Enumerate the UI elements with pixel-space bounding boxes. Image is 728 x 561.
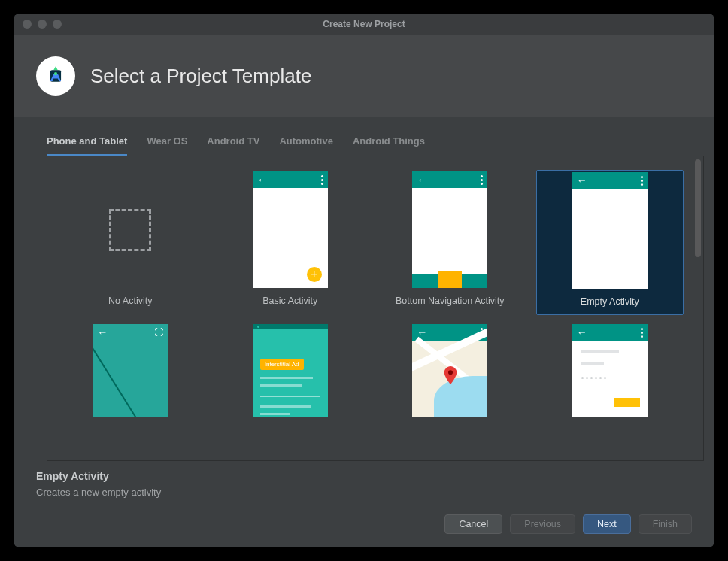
- template-label: No Activity: [107, 288, 153, 312]
- tab-automotive[interactable]: Automotive: [279, 131, 333, 156]
- template-label: Empty Activity: [579, 289, 641, 313]
- wizard-buttons: Cancel Previous Next Finish: [14, 502, 714, 547]
- page-title: Select a Project Template: [90, 65, 311, 88]
- map-pin-icon: [444, 366, 457, 387]
- svg-point-2: [448, 370, 453, 375]
- android-studio-icon: [36, 56, 75, 96]
- ad-chip: Interstitial Ad: [260, 359, 304, 370]
- template-label: Bottom Navigation Activity: [394, 288, 506, 312]
- back-arrow-icon: ←: [97, 327, 108, 338]
- selection-details: Empty Activity Creates a new empty activ…: [14, 461, 714, 502]
- overflow-menu-icon: [481, 175, 483, 185]
- next-button[interactable]: Next: [583, 514, 631, 534]
- selected-template-name: Empty Activity: [36, 470, 692, 482]
- tab-android-things[interactable]: Android Things: [353, 131, 425, 156]
- device-tabs: Phone and TabletWear OSAndroid TVAutomot…: [14, 131, 714, 156]
- scrollbar-thumb[interactable]: [695, 159, 701, 257]
- overflow-menu-icon: [641, 176, 643, 186]
- wizard-window: Create New Project Select a Project Temp…: [14, 14, 714, 547]
- titlebar: Create New Project: [14, 14, 714, 35]
- fab-add-icon: +: [307, 267, 322, 282]
- template-map[interactable]: ←: [376, 323, 524, 419]
- template-fullscreen[interactable]: ←⛶: [56, 323, 205, 419]
- overflow-menu-icon: [641, 328, 643, 338]
- back-arrow-icon: ←: [417, 174, 427, 185]
- overflow-menu-icon: [321, 175, 323, 185]
- svg-point-1: [54, 72, 57, 75]
- template-basic[interactable]: ←+Basic Activity: [217, 170, 365, 315]
- templates-panel: No Activity←+Basic Activity←Bottom Navig…: [47, 156, 704, 461]
- template-login[interactable]: ←: [536, 323, 684, 419]
- back-arrow-icon: ←: [577, 175, 587, 186]
- placeholder-box-icon: [109, 209, 151, 251]
- back-arrow-icon: ←: [577, 327, 587, 338]
- tab-phone-and-tablet[interactable]: Phone and Tablet: [47, 131, 127, 156]
- cancel-button[interactable]: Cancel: [444, 514, 502, 534]
- previous-button[interactable]: Previous: [510, 514, 575, 534]
- back-arrow-icon: ←: [257, 174, 268, 185]
- tab-wear-os[interactable]: Wear OS: [147, 131, 187, 156]
- template-bottom-nav[interactable]: ←Bottom Navigation Activity: [376, 170, 524, 315]
- finish-button[interactable]: Finish: [639, 514, 692, 534]
- template-label: Basic Activity: [261, 288, 319, 312]
- template-empty[interactable]: ←Empty Activity: [536, 170, 684, 315]
- expand-icon: ⛶: [154, 327, 163, 338]
- template-no-activity[interactable]: No Activity: [56, 170, 205, 315]
- header: Select a Project Template: [14, 35, 714, 117]
- template-ad[interactable]: Interstitial Ad: [217, 323, 365, 419]
- window-title: Create New Project: [14, 19, 714, 29]
- tab-android-tv[interactable]: Android TV: [207, 131, 259, 156]
- selected-template-description: Creates a new empty activity: [36, 487, 692, 498]
- scrollbar-vertical[interactable]: [693, 156, 703, 460]
- templates-grid: No Activity←+Basic Activity←Bottom Navig…: [47, 156, 693, 460]
